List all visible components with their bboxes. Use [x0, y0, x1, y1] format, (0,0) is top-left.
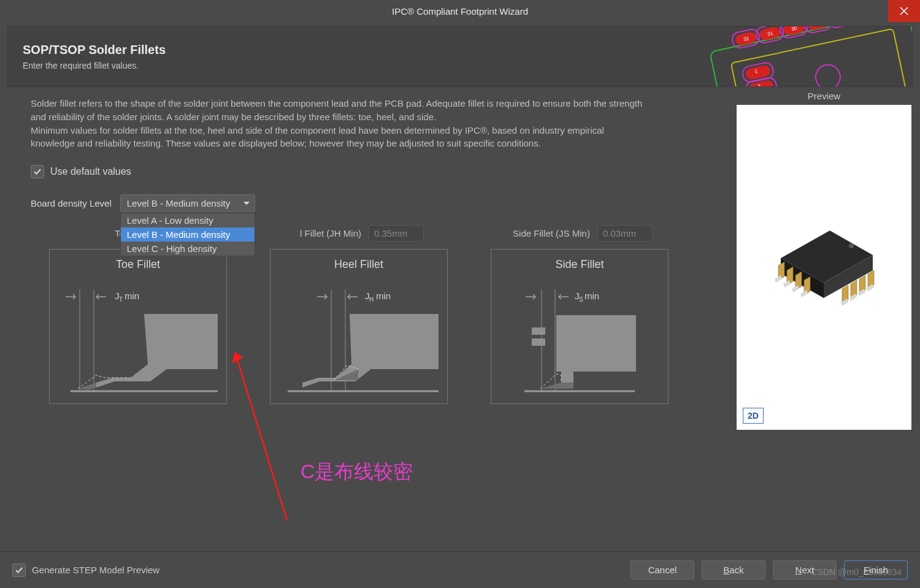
side-fillet-input[interactable]: [597, 225, 653, 242]
window-title: IPC® Compliant Footprint Wizard: [392, 6, 528, 17]
toe-fillet-diagram: Toe Fillet JT min: [49, 249, 227, 404]
svg-text:min: min: [376, 291, 391, 301]
heel-fillet-column: l Fillet (JH Min) Heel Fillet JH min: [270, 223, 454, 404]
description-text: Solder fillet refers to the shape of the…: [31, 97, 650, 150]
svg-rect-57: [561, 351, 573, 388]
svg-rect-45: [431, 338, 439, 347]
svg-rect-44: [431, 326, 439, 335]
page-title: SOP/TSOP Solder Fillets: [23, 43, 166, 57]
density-dropdown-button[interactable]: Level B - Medium density: [120, 194, 255, 212]
svg-text:T: T: [119, 296, 123, 303]
preview-label: Preview: [737, 91, 911, 101]
preview-panel: Preview: [737, 91, 911, 430]
density-dropdown[interactable]: Level B - Medium density Level A - Low d…: [120, 194, 255, 212]
svg-rect-1: [731, 29, 908, 87]
side-fillet-label: Side Fillet (JS Min): [513, 228, 590, 239]
svg-text:S: S: [579, 296, 583, 303]
svg-text:min: min: [585, 291, 599, 301]
use-defaults-label: Use default values: [50, 166, 131, 177]
check-icon: [15, 566, 23, 575]
density-selected: Level B - Medium density: [127, 198, 230, 208]
density-label: Board density Level: [31, 198, 112, 208]
svg-rect-15: [827, 26, 856, 29]
close-icon: [900, 7, 908, 15]
preview-2d-toggle[interactable]: 2D: [743, 408, 764, 424]
finish-button[interactable]: Finish: [844, 560, 908, 579]
wizard-footer: Generate STEP Model Preview Cancel Back …: [0, 551, 920, 588]
side-diagram-title: Side Fillet: [491, 258, 668, 271]
heel-diagram-title: Heel Fillet: [270, 258, 447, 271]
wizard-header: SOP/TSOP Solder Fillets Enter the requir…: [7, 26, 913, 87]
check-icon: [33, 167, 42, 176]
side-fillet-diagram: Side Fillet JS min: [491, 249, 669, 404]
next-button[interactable]: Next: [773, 560, 837, 579]
toe-diagram-title: Toe Fillet: [50, 258, 226, 271]
use-defaults-checkbox[interactable]: [31, 165, 44, 178]
titlebar: IPC® Compliant Footprint Wizard: [0, 0, 920, 22]
generate-step-checkbox[interactable]: [12, 563, 26, 577]
svg-rect-56: [532, 338, 545, 346]
density-option-b[interactable]: Level B - Medium density: [121, 227, 255, 242]
density-option-c[interactable]: Level C - High density: [121, 242, 255, 256]
close-button[interactable]: [888, 0, 920, 22]
header-decoration-icon: 123 323130: [700, 26, 913, 87]
svg-text:min: min: [125, 291, 139, 301]
svg-point-63: [849, 243, 854, 248]
preview-viewport[interactable]: 2D: [737, 105, 911, 430]
cancel-button[interactable]: Cancel: [631, 560, 694, 579]
heel-fillet-input[interactable]: [369, 225, 424, 242]
density-option-a[interactable]: Level A - Low density: [121, 213, 255, 227]
svg-point-20: [813, 63, 842, 87]
heel-fillet-diagram: Heel Fillet JH min: [270, 249, 448, 404]
svg-rect-55: [532, 327, 545, 335]
density-dropdown-list: Level A - Low density Level B - Medium d…: [120, 213, 255, 256]
side-fillet-column: Side Fillet (JS Min) Side Fillet JS min: [491, 223, 675, 404]
svg-rect-35: [210, 338, 218, 347]
back-button[interactable]: Back: [702, 560, 765, 579]
svg-rect-34: [210, 326, 218, 335]
generate-step-label: Generate STEP Model Preview: [32, 565, 159, 575]
page-subtitle: Enter the required fillet values.: [23, 61, 166, 71]
annotation-text: C是布线较密: [301, 459, 413, 486]
svg-text:H: H: [369, 296, 374, 303]
preview-3d-icon: [737, 105, 911, 430]
chevron-down-icon: [242, 198, 251, 208]
heel-fillet-label: l Fillet (JH Min): [300, 228, 361, 239]
